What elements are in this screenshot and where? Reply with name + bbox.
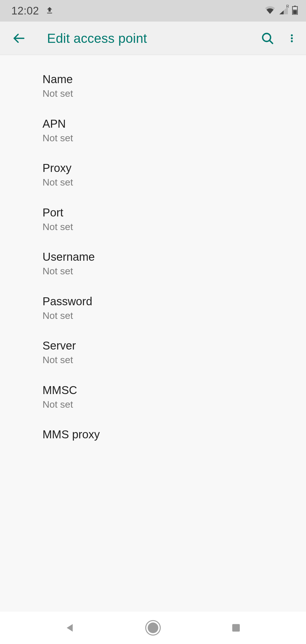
- setting-value: Not set: [42, 221, 306, 233]
- nav-recent-button[interactable]: [219, 616, 253, 639]
- setting-title: MMSC: [42, 383, 306, 397]
- svg-marker-2: [279, 10, 284, 14]
- setting-value: Not set: [42, 398, 306, 411]
- battery-level-text: 66: [292, 7, 298, 11]
- setting-title: Proxy: [42, 161, 306, 175]
- svg-rect-0: [47, 13, 52, 14]
- battery-icon: 66: [292, 6, 298, 16]
- svg-point-11: [291, 40, 293, 42]
- upload-icon: [45, 6, 54, 16]
- setting-value: Not set: [42, 354, 306, 366]
- nav-home-button[interactable]: [136, 616, 170, 639]
- back-button[interactable]: [10, 29, 28, 47]
- setting-value: Not set: [42, 265, 306, 277]
- status-time: 12:02: [11, 5, 39, 17]
- setting-value: Not set: [42, 176, 306, 188]
- roaming-indicator: R: [286, 4, 289, 9]
- setting-row-port[interactable]: Port Not set: [0, 197, 306, 241]
- status-left: 12:02: [11, 5, 54, 17]
- setting-row-proxy[interactable]: Proxy Not set: [0, 152, 306, 197]
- setting-row-username[interactable]: Username Not set: [0, 241, 306, 286]
- svg-point-10: [291, 37, 293, 39]
- page-title: Edit access point: [47, 31, 252, 46]
- setting-value: Not set: [42, 310, 306, 322]
- setting-title: Name: [42, 72, 306, 86]
- app-bar: Edit access point: [0, 22, 306, 55]
- setting-row-password[interactable]: Password Not set: [0, 286, 306, 330]
- svg-line-8: [269, 40, 273, 43]
- setting-title: APN: [42, 117, 306, 131]
- svg-point-9: [291, 34, 293, 36]
- search-button[interactable]: [258, 29, 277, 47]
- cellular-signal-icon: R: [279, 6, 288, 16]
- wifi-icon: [265, 6, 275, 16]
- svg-rect-15: [232, 624, 240, 632]
- setting-row-apn[interactable]: APN Not set: [0, 108, 306, 153]
- status-right: R 66: [265, 6, 298, 16]
- settings-list[interactable]: Name Not set APN Not set Proxy Not set P…: [0, 55, 306, 611]
- setting-title: Port: [42, 205, 306, 220]
- more-options-button[interactable]: [283, 29, 301, 47]
- setting-title: Username: [42, 250, 306, 264]
- setting-title: Server: [42, 338, 306, 353]
- setting-value: Not set: [42, 132, 306, 144]
- navigation-bar: [0, 611, 306, 644]
- status-bar: 12:02 R 66: [0, 0, 306, 22]
- setting-title: MMS proxy: [42, 427, 306, 441]
- setting-row-name[interactable]: Name Not set: [0, 64, 306, 108]
- setting-title: Password: [42, 294, 306, 308]
- setting-row-mmsc[interactable]: MMSC Not set: [0, 374, 306, 419]
- setting-row-server[interactable]: Server Not set: [0, 330, 306, 374]
- svg-point-14: [148, 622, 158, 633]
- setting-row-mms-proxy[interactable]: MMS proxy: [0, 419, 306, 441]
- svg-marker-12: [67, 624, 73, 632]
- nav-back-button[interactable]: [53, 616, 87, 639]
- setting-value: Not set: [42, 87, 306, 100]
